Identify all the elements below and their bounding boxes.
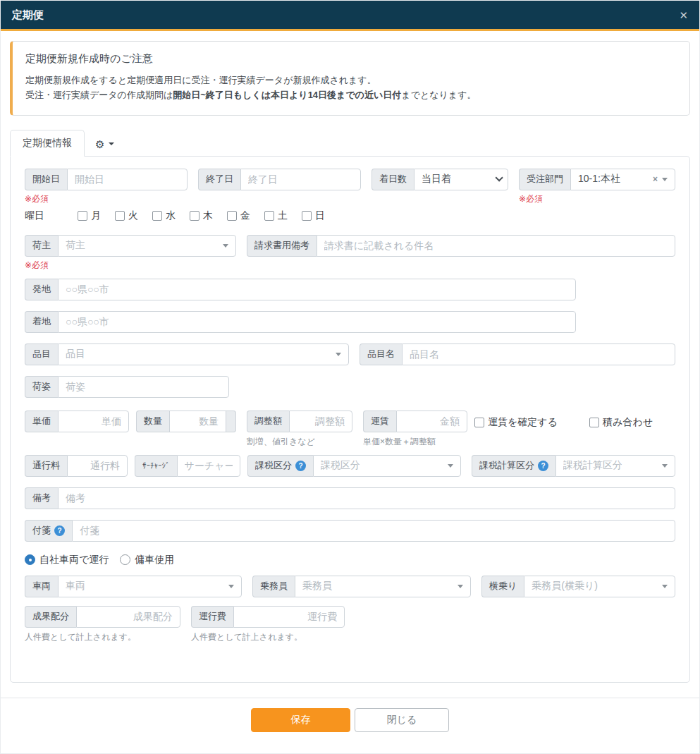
tag-input[interactable] (72, 520, 675, 542)
item-select[interactable]: 品目 (58, 343, 349, 365)
invoice-note-input[interactable] (317, 235, 675, 257)
operation-cost-label: 運行費 (191, 606, 233, 628)
quantity-input[interactable] (169, 411, 226, 432)
weekday-fri[interactable]: 金 (227, 209, 250, 222)
packing-group: 荷姿 (25, 376, 229, 398)
invoice-note-group: 請求書用備考 (247, 235, 675, 257)
item-name-group: 品目名 (360, 343, 675, 365)
settings-dropdown[interactable]: ⚙ (85, 133, 125, 156)
arrival-days-group: 着日数 当日着 (372, 169, 508, 190)
checkbox-icon (190, 211, 199, 221)
charter-radio[interactable]: 傭車使用 (120, 554, 174, 566)
weekday-label: 曜日 (25, 209, 78, 222)
surcharge-input[interactable] (177, 455, 241, 477)
side-rider-group: 横乗り 乗務員(横乗り) (481, 576, 675, 597)
item-name-input[interactable] (402, 343, 675, 365)
tax-calc-class-select[interactable]: 課税計算区分 (555, 455, 675, 477)
required-badge: ※必須 (25, 260, 236, 272)
close-icon[interactable]: ✕ (679, 10, 688, 20)
help-icon[interactable]: ? (538, 461, 548, 471)
radio-selected-icon (25, 554, 35, 565)
tax-calc-class-group: 課税計算区分 ? 課税計算区分 (472, 455, 675, 477)
caret-down-icon (223, 244, 228, 248)
operation-cost-input[interactable] (233, 606, 345, 628)
start-date-label: 開始日 (25, 169, 67, 190)
checkbox-icon (227, 211, 237, 221)
performance-share-helper: 人件費として計上されます。 (25, 631, 180, 643)
weekday-tue[interactable]: 火 (115, 209, 138, 222)
performance-share-group: 成果配分 (25, 606, 180, 628)
destination-group: 着地 (25, 311, 576, 333)
weekday-mon[interactable]: 月 (78, 209, 101, 222)
fare-group: 運賃 (363, 411, 467, 432)
checkbox-icon (115, 211, 125, 221)
item-name-label: 品目名 (360, 343, 402, 365)
vehicle-group: 車両 車両 (25, 576, 242, 597)
unit-price-label: 単価 (25, 411, 58, 432)
help-icon[interactable]: ? (295, 461, 306, 471)
weekday-sat[interactable]: 土 (264, 209, 288, 222)
shipper-group: 荷主 荷主 (25, 235, 236, 257)
radio-icon (120, 554, 130, 565)
arrival-days-label: 着日数 (372, 169, 414, 190)
clear-icon[interactable]: × (653, 174, 658, 184)
tax-calc-class-label: 課税計算区分 ? (472, 455, 555, 477)
weekday-sun[interactable]: 日 (302, 209, 325, 222)
side-rider-select[interactable]: 乗務員(横乗り) (524, 576, 675, 597)
weekday-wed[interactable]: 水 (152, 209, 176, 222)
close-button[interactable]: 閉じる (355, 708, 449, 732)
adjustment-input[interactable] (289, 411, 352, 432)
vehicle-select[interactable]: 車両 (58, 576, 242, 597)
help-icon[interactable]: ? (54, 525, 65, 536)
tab-teikibin-info[interactable]: 定期便情報 (10, 130, 85, 157)
caret-down-icon (662, 464, 668, 468)
performance-share-input[interactable] (76, 606, 180, 628)
fare-helper: 単価×数量＋調整額 (363, 436, 467, 448)
required-badge: ※必須 (519, 193, 675, 205)
shipper-label: 荷主 (25, 235, 58, 257)
modal-footer: 保存 閉じる (1, 698, 699, 743)
note-input[interactable] (58, 487, 675, 509)
driver-select[interactable]: 乗務員 (295, 576, 471, 597)
tax-class-select[interactable]: 課税区分 (313, 455, 461, 477)
own-vehicle-radio[interactable]: 自社車両で運行 (25, 554, 109, 566)
operation-type-radios: 自社車両で運行 傭車使用 (25, 554, 675, 566)
arrival-days-select[interactable]: 当日着 (414, 169, 508, 190)
mixed-load-checkbox[interactable]: 積み合わせ (589, 416, 653, 429)
order-dept-select[interactable]: 10-1:本社 × (570, 169, 675, 190)
quantity-label: 数量 (136, 411, 169, 432)
notice-callout: 定期便新規作成時のご注意 定期便新規作成をすると定期便適用日に受注・運行実績デー… (10, 41, 690, 116)
weekday-thu[interactable]: 木 (190, 209, 213, 222)
quantity-unit-addon (226, 411, 236, 432)
origin-input[interactable] (58, 279, 576, 300)
fix-fare-checkbox[interactable]: 運賃を確定する (474, 416, 558, 429)
destination-input[interactable] (58, 311, 576, 333)
shipper-select[interactable]: 荷主 (58, 235, 236, 257)
packing-label: 荷姿 (25, 376, 58, 398)
tag-group: 付箋 ? (25, 520, 675, 542)
origin-group: 発地 (25, 279, 576, 300)
origin-label: 発地 (25, 279, 58, 300)
end-date-input[interactable] (240, 169, 361, 190)
checkbox-icon (302, 211, 312, 221)
caret-down-icon (662, 178, 668, 181)
start-date-input[interactable] (67, 169, 188, 190)
tax-class-group: 課税区分 ? 課税区分 (247, 455, 461, 477)
fare-label: 運賃 (363, 411, 396, 432)
side-rider-label: 横乗り (481, 576, 524, 597)
caret-down-icon (228, 585, 234, 588)
caret-down-icon (448, 464, 453, 468)
save-button[interactable]: 保存 (251, 708, 350, 732)
fare-input[interactable] (396, 411, 467, 432)
toll-group: 通行料 (25, 455, 128, 477)
unit-price-group: 単価 (25, 411, 129, 432)
checkbox-icon (78, 211, 87, 221)
checkbox-icon (589, 418, 599, 427)
checkbox-icon (474, 418, 484, 427)
operation-cost-group: 運行費 (191, 606, 345, 628)
end-date-group: 終了日 (198, 169, 361, 190)
toll-input[interactable] (67, 455, 128, 477)
unit-price-input[interactable] (58, 411, 129, 432)
adjustment-label: 調整額 (247, 411, 289, 432)
packing-input[interactable] (58, 376, 229, 398)
